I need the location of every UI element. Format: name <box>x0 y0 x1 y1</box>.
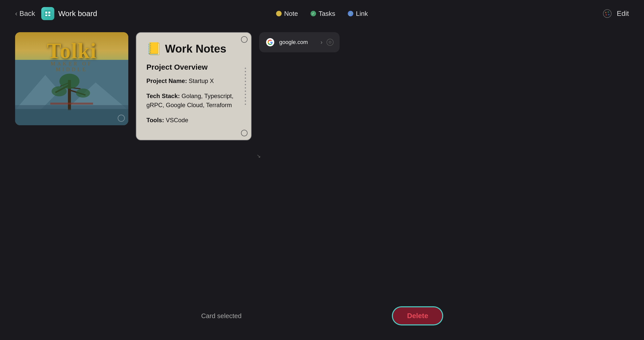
delete-button[interactable]: Delete <box>392 307 443 325</box>
notes-project-name: Project Name: Startup X <box>146 76 241 86</box>
svg-rect-0 <box>44 10 51 17</box>
svg-rect-3 <box>45 15 47 16</box>
svg-rect-4 <box>48 15 50 16</box>
back-button[interactable]: ‹ Back <box>15 10 35 18</box>
notes-corner-top <box>241 36 248 43</box>
notes-title-text: Work Notes <box>165 42 226 55</box>
svg-point-6 <box>605 12 607 13</box>
board-nav-item[interactable]: Work board <box>41 7 97 20</box>
board-icon <box>41 7 54 20</box>
notes-emoji: 📒 <box>146 42 162 56</box>
note-icon <box>276 11 281 16</box>
google-menu-button[interactable] <box>327 39 334 46</box>
notes-card-dots <box>245 68 246 105</box>
google-link-card[interactable]: google.com › <box>259 32 340 52</box>
tools-label: Tools: <box>146 117 164 123</box>
project-name-value: Startup X <box>189 77 214 84</box>
tech-stack-label: Tech Stack: <box>146 93 180 99</box>
google-url-text: google.com <box>279 39 316 46</box>
link-label: Link <box>356 10 368 18</box>
nav-left: ‹ Back Work board <box>15 7 97 20</box>
edit-button[interactable]: Edit <box>617 10 629 18</box>
tolkien-subtitle2: MIDDLE <box>15 67 128 72</box>
notes-title-area: 📒 Work Notes <box>146 42 241 56</box>
board-title: Work board <box>58 9 97 18</box>
top-navigation: ‹ Back Work board Note ✓ Tasks <box>0 0 644 27</box>
main-content: Tolki MAKER OF MIDDLE <box>0 27 644 145</box>
tolkien-cover: Tolki MAKER OF MIDDLE <box>15 32 128 125</box>
nav-note[interactable]: Note <box>276 10 298 18</box>
link-icon: 🔗 <box>348 11 353 16</box>
svg-rect-23 <box>15 109 128 125</box>
tolkien-subtitle1: MAKER OF <box>15 61 128 67</box>
project-name-label: Project Name: <box>146 77 187 84</box>
svg-point-9 <box>606 14 607 16</box>
nav-tasks[interactable]: ✓ Tasks <box>310 10 335 18</box>
svg-rect-24 <box>50 103 93 105</box>
image-card[interactable]: Tolki MAKER OF MIDDLE <box>15 32 128 125</box>
svg-point-5 <box>603 10 611 18</box>
google-chevron-icon: › <box>320 39 323 46</box>
back-label: Back <box>19 10 35 18</box>
tools-value: VSCode <box>166 117 188 123</box>
notes-corner-bottom <box>241 130 248 136</box>
note-label: Note <box>284 10 298 18</box>
card-selected-status: Card selected <box>201 312 242 320</box>
svg-point-21 <box>52 86 67 96</box>
notes-section-title: Project Overview <box>146 63 241 71</box>
nav-right: Edit <box>602 8 629 19</box>
link-card-container: google.com › <box>259 32 340 52</box>
bottom-bar: Card selected Delete <box>201 307 443 325</box>
svg-rect-1 <box>45 12 47 14</box>
svg-point-22 <box>76 89 90 98</box>
tolkien-title: Tolki <box>15 38 128 63</box>
notes-tools: Tools: VSCode <box>146 116 241 125</box>
back-chevron-icon: ‹ <box>15 10 17 18</box>
tasks-icon: ✓ <box>310 11 316 16</box>
nav-center: Note ✓ Tasks 🔗 Link <box>276 10 368 18</box>
notes-tech-stack: Tech Stack: Golang, Typescript, gRPC, Go… <box>146 92 241 110</box>
notes-card[interactable]: 📒 Work Notes Project Overview Project Na… <box>136 32 252 140</box>
svg-point-8 <box>608 14 610 15</box>
google-logo <box>265 37 275 47</box>
nav-link[interactable]: 🔗 Link <box>348 10 368 18</box>
svg-point-7 <box>608 11 609 13</box>
palette-icon[interactable] <box>602 8 613 19</box>
svg-point-20 <box>59 74 79 89</box>
resize-handle-icon[interactable]: ↘ <box>257 153 261 159</box>
svg-rect-2 <box>48 12 50 14</box>
image-card-handle <box>118 115 125 122</box>
tasks-label: Tasks <box>318 10 335 18</box>
